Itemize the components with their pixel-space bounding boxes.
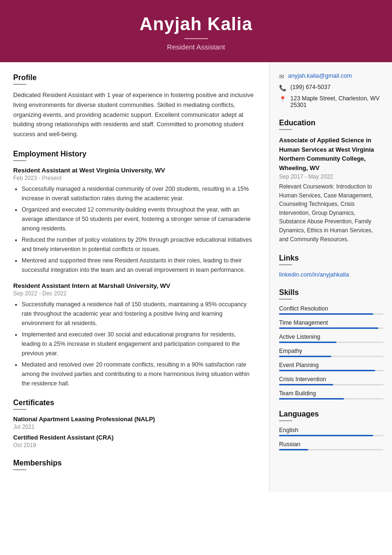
lang-label-english: English [279, 427, 384, 433]
job-1-bullet-1: Successfully managed a residential commu… [22, 184, 256, 203]
languages-divider [279, 420, 292, 421]
memberships-section: Memberships [13, 459, 256, 470]
skill-bar-bg-conflict-resolution [279, 313, 384, 315]
skill-crisis-intervention: Crisis Intervention [279, 376, 384, 385]
email-link[interactable]: anyjah.kalia@gmail.com [288, 73, 352, 79]
languages-heading: Languages [279, 410, 384, 418]
contact-email-item: ✉ anyjah.kalia@gmail.com [279, 73, 384, 80]
lang-bar-bg-russian [279, 449, 384, 450]
skill-empathy: Empathy [279, 348, 384, 357]
contact-section: ✉ anyjah.kalia@gmail.com 📞 (199) 674-503… [279, 73, 384, 108]
skill-time-management: Time Management [279, 319, 384, 329]
contact-address-item: 📍 123 Maple Street, Charleston, WV 25301 [279, 95, 384, 108]
skill-event-planning: Event Planning [279, 362, 384, 371]
skill-team-building: Team Building [279, 390, 384, 400]
job-2-bullet-1: Successfully managed a residence hall of… [22, 300, 256, 328]
phone-text: (199) 674-5037 [290, 84, 330, 90]
skill-label-crisis-intervention: Crisis Intervention [279, 376, 384, 383]
skill-active-listening: Active Listening [279, 334, 384, 343]
profile-divider [13, 84, 26, 85]
skill-label-event-planning: Event Planning [279, 362, 384, 368]
skill-label-active-listening: Active Listening [279, 334, 384, 340]
right-column: ✉ anyjah.kalia@gmail.com 📞 (199) 674-503… [270, 62, 392, 492]
skills-divider [279, 299, 292, 300]
education-heading: Education [279, 119, 384, 127]
education-section: Education Associate of Applied Science i… [279, 119, 384, 244]
candidate-title: Resident Assistant [9, 43, 383, 51]
certificates-divider [13, 409, 26, 410]
skill-bar-fill-active-listening [279, 342, 336, 343]
lang-russian: Russian [279, 441, 384, 450]
lang-english: English [279, 427, 384, 436]
skill-bar-bg-team-building [279, 398, 384, 400]
skill-label-time-management: Time Management [279, 319, 384, 326]
linkedin-link[interactable]: linkedin.com/in/anyjahkalia [279, 271, 349, 278]
skill-bar-fill-conflict-resolution [279, 313, 373, 315]
memberships-heading: Memberships [13, 459, 256, 467]
address-text: 123 Maple Street, Charleston, WV 25301 [290, 95, 384, 108]
profile-section: Profile Dedicated Resident Assistant wit… [13, 73, 256, 139]
skill-bar-bg-empathy [279, 356, 384, 357]
employment-heading: Employment History [13, 150, 256, 158]
skill-label-conflict-resolution: Conflict Resolution [279, 305, 384, 312]
edu-description: Relevant Coursework: Introduction to Hum… [279, 182, 384, 244]
skill-conflict-resolution: Conflict Resolution [279, 305, 384, 315]
skills-section: Skills Conflict Resolution Time Manageme… [279, 288, 384, 400]
skill-bar-fill-team-building [279, 398, 344, 400]
skill-bar-bg-crisis-intervention [279, 384, 384, 385]
job-1-dates: Feb 2023 - Present [13, 175, 256, 181]
job-1-bullet-4: Mentored and supported three new Residen… [22, 256, 256, 275]
lang-bar-fill-russian [279, 449, 308, 450]
skill-label-team-building: Team Building [279, 390, 384, 397]
job-1-bullets: Successfully managed a residential commu… [13, 184, 256, 275]
phone-icon: 📞 [279, 84, 287, 91]
cert-2-title: Certified Resident Assistant (CRA) [13, 434, 256, 441]
employment-section: Employment History Resident Assistant at… [13, 150, 256, 388]
lang-bar-bg-english [279, 435, 384, 436]
job-2-title: Resident Assistant Intern at Marshall Un… [13, 282, 256, 289]
lang-bar-fill-english [279, 435, 373, 436]
skill-bar-bg-active-listening [279, 342, 384, 343]
lang-label-russian: Russian [279, 441, 384, 448]
skill-label-empathy: Empathy [279, 348, 384, 354]
profile-heading: Profile [13, 73, 256, 82]
job-1: Resident Assistant at West Virginia Univ… [13, 167, 256, 275]
job-2: Resident Assistant Intern at Marshall Un… [13, 282, 256, 388]
skill-bar-fill-crisis-intervention [279, 384, 333, 385]
cert-1-title: National Apartment Leasing Professional … [13, 416, 256, 423]
contact-phone-item: 📞 (199) 674-5037 [279, 84, 384, 91]
job-2-bullet-3: Mediated and resolved over 20 roommate c… [22, 360, 256, 388]
profile-text: Dedicated Resident Assistant with 1 year… [13, 90, 256, 139]
languages-section: Languages English Russian [279, 410, 384, 450]
cert-1-date: Jul 2021 [13, 424, 256, 430]
job-2-dates: Sep 2022 - Dec 2022 [13, 290, 256, 297]
header-divider [184, 38, 208, 39]
links-divider [279, 264, 292, 265]
skill-bar-bg-time-management [279, 327, 384, 329]
job-2-bullets: Successfully managed a residence hall of… [13, 300, 256, 388]
skills-heading: Skills [279, 288, 384, 297]
skill-bar-fill-time-management [279, 327, 378, 329]
edu-degree: Associate of Applied Science in Human Se… [279, 136, 384, 172]
location-icon: 📍 [279, 96, 287, 103]
links-heading: Links [279, 254, 384, 262]
job-2-bullet-2: Implemented and executed over 30 social … [22, 330, 256, 358]
skill-bar-fill-empathy [279, 356, 331, 357]
cert-2-date: Oct 2019 [13, 442, 256, 449]
left-column: Profile Dedicated Resident Assistant wit… [0, 62, 270, 492]
education-divider [279, 129, 292, 130]
skill-bar-fill-event-planning [279, 370, 375, 371]
certificates-section: Certificates National Apartment Leasing … [13, 399, 256, 449]
resume-page: Anyjah Kalia Resident Assistant Profile … [0, 0, 392, 555]
certificates-heading: Certificates [13, 399, 256, 407]
job-1-title: Resident Assistant at West Virginia Univ… [13, 167, 256, 174]
candidate-name: Anyjah Kalia [9, 14, 383, 34]
body: Profile Dedicated Resident Assistant wit… [0, 62, 392, 492]
memberships-divider [13, 469, 26, 470]
header: Anyjah Kalia Resident Assistant [0, 0, 392, 62]
employment-divider [13, 160, 26, 161]
job-1-bullet-3: Reduced the number of policy violations … [22, 235, 256, 254]
links-section: Links linkedin.com/in/anyjahkalia [279, 254, 384, 278]
job-1-bullet-2: Organized and executed 12 community-buil… [22, 205, 256, 233]
email-icon: ✉ [279, 73, 284, 80]
